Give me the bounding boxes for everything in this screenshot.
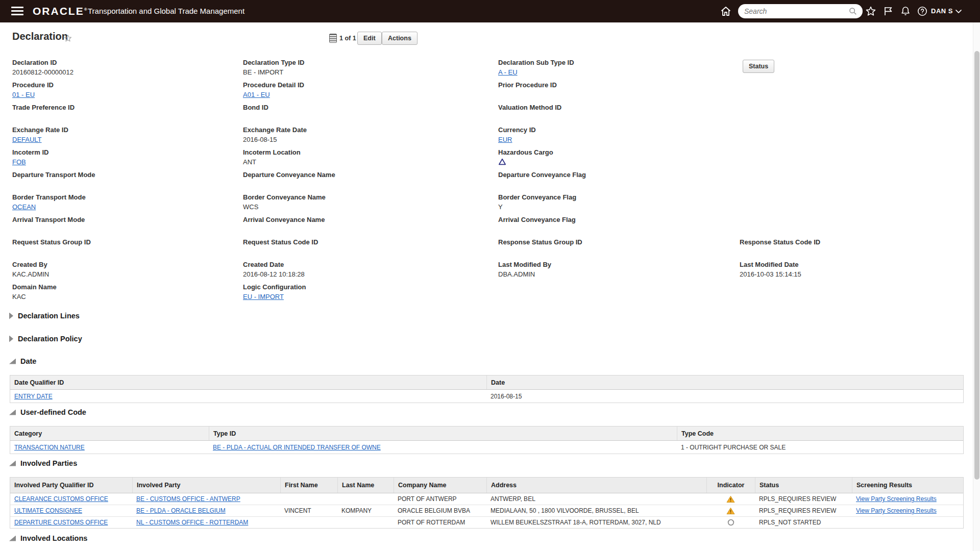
column-header[interactable]: Status: [755, 478, 852, 493]
screening-results-link[interactable]: View Party Screening Results: [856, 495, 937, 503]
field-label: Prior Procedure ID: [498, 81, 713, 89]
field-value-link[interactable]: EUR: [498, 136, 512, 143]
search-input[interactable]: [743, 7, 848, 16]
field-created-date: Created Date 2016-08-12 10:18:28: [243, 261, 457, 278]
flag-icon[interactable]: [882, 5, 894, 17]
field-label: Logic Configuration: [243, 283, 457, 291]
field-value-link[interactable]: A01 - EU: [243, 91, 270, 98]
column-header[interactable]: Type ID: [209, 427, 677, 440]
scrollbar-thumb[interactable]: [974, 51, 979, 480]
chevron-down-icon[interactable]: [953, 6, 966, 18]
date-value: 2016-08-15: [486, 390, 963, 403]
party-qualifier-link[interactable]: ULTIMATE CONSIGNEE: [14, 507, 82, 514]
field-label: Exchange Rate ID: [12, 126, 227, 134]
top-app-bar: ORACLE® Transportation and Global Trade …: [0, 0, 980, 22]
field-value: KAC: [12, 293, 227, 300]
field-label: Departure Transport Mode: [12, 171, 227, 179]
section-involved-parties[interactable]: Involved Parties: [9, 459, 77, 467]
field-label: Departure Conveyance Name: [243, 171, 457, 179]
field-value: [12, 248, 227, 256]
collapse-icon: [9, 410, 16, 415]
party-qualifier-link[interactable]: DEPARTURE CUSTOMS OFFICE: [14, 519, 108, 526]
field-request-status-group-id: Request Status Group ID: [12, 238, 227, 256]
type-id-link[interactable]: BE - PLDA - ACTUAL OR INTENDED TRANSFER …: [213, 444, 381, 451]
table-row[interactable]: ENTRY DATE 2016-08-15: [10, 390, 963, 403]
category-link[interactable]: TRANSACTION NATURE: [14, 444, 85, 451]
field-value-link[interactable]: OCEAN: [12, 203, 36, 211]
field-value-link[interactable]: FOB: [12, 158, 26, 166]
favorite-star-icon[interactable]: [63, 34, 72, 43]
field-label: Created By: [12, 261, 227, 268]
field-value: WCS: [243, 203, 457, 211]
field-response-status-group-id: Response Status Group ID: [498, 238, 713, 256]
table-row[interactable]: ULTIMATE CONSIGNEE BE - PLDA - ORACLE BE…: [10, 505, 963, 517]
column-header[interactable]: Date: [486, 375, 963, 389]
field-label: Hazardous Cargo: [498, 148, 713, 156]
section-title: Involved Locations: [20, 534, 87, 542]
party-qualifier-link[interactable]: CLEARANCE CUSTOMS OFFICE: [14, 495, 108, 503]
involved-party-link[interactable]: BE - CUSTOMS OFFICE - ANTWERP: [136, 495, 240, 503]
user-defined-code-table: Category Type ID Type Code TRANSACTION N…: [10, 426, 964, 454]
field-label: Request Status Group ID: [12, 238, 227, 246]
favorites-star-icon[interactable]: [865, 5, 877, 17]
field-label: Request Status Code ID: [243, 238, 457, 246]
column-header[interactable]: Date Qualifier ID: [10, 375, 486, 389]
section-declaration-policy[interactable]: Declaration Policy: [9, 335, 82, 343]
edit-button[interactable]: Edit: [357, 32, 382, 45]
column-header[interactable]: Company Name: [394, 478, 486, 493]
column-header[interactable]: First Name: [280, 478, 337, 493]
field-arrival-conveyance-flag: Arrival Conveyance Flag: [498, 216, 713, 233]
column-header[interactable]: Involved Party: [132, 478, 280, 493]
column-header[interactable]: Indicator: [706, 478, 755, 493]
field-declaration-sub-type-id: Declaration Sub Type ID A - EU: [498, 59, 713, 77]
field-label: Valuation Method ID: [498, 104, 713, 111]
field-value-link[interactable]: 01 - EU: [12, 91, 35, 98]
column-header[interactable]: Type Code: [677, 427, 963, 440]
udc-table-header: Category Type ID Type Code: [10, 427, 963, 441]
parties-table-header: Involved Party Qualifier ID Involved Par…: [10, 478, 963, 493]
field-value-link[interactable]: A - EU: [498, 68, 518, 76]
field-value: [243, 181, 457, 188]
involved-parties-table: Involved Party Qualifier ID Involved Par…: [10, 477, 964, 529]
involved-party-link[interactable]: NL - CUSTOMS OFFICE - ROTTERDAM: [136, 519, 248, 526]
type-code-value: 1 - OUTRIGHT PURCHASE OR SALE: [677, 441, 963, 454]
hamburger-menu-icon[interactable]: [11, 7, 23, 16]
first-name-value: VINCENT: [280, 505, 337, 516]
section-declaration-lines[interactable]: Declaration Lines: [9, 312, 80, 320]
column-header[interactable]: Screening Results: [852, 478, 963, 493]
involved-party-link[interactable]: BE - PLDA - ORACLE BELGIUM: [136, 507, 226, 514]
column-header[interactable]: Category: [10, 427, 209, 440]
record-list-icon[interactable]: [329, 34, 337, 43]
field-value-link[interactable]: EU - IMPORT: [243, 293, 284, 300]
user-menu[interactable]: DAN S: [931, 7, 953, 15]
search-icon[interactable]: [848, 7, 857, 16]
date-table-header: Date Qualifier ID Date: [10, 375, 963, 390]
record-pagination: 1 of 1: [339, 35, 356, 42]
screening-results-link[interactable]: View Party Screening Results: [856, 507, 937, 514]
warning-triangle-icon: [706, 505, 755, 516]
last-name-value: KOMPANY: [337, 505, 394, 516]
field-exchange-rate-id: Exchange Rate ID DEFAULT: [12, 126, 227, 144]
home-icon[interactable]: [720, 5, 732, 17]
section-date[interactable]: Date: [9, 357, 36, 365]
address-value: MEDIALAAN, 50 , 1800 VILVOORDE, BRUSSEL,…: [486, 505, 706, 516]
vertical-scrollbar[interactable]: [973, 22, 980, 551]
date-qualifier-link[interactable]: ENTRY DATE: [14, 393, 53, 400]
field-value-link[interactable]: DEFAULT: [12, 136, 42, 143]
table-row[interactable]: TRANSACTION NATURE BE - PLDA - ACTUAL OR…: [10, 441, 963, 454]
field-value: Y: [498, 203, 713, 211]
bell-icon[interactable]: [899, 5, 912, 17]
status-value: RPLS_REQUIRES REVIEW: [755, 505, 852, 516]
table-row[interactable]: DEPARTURE CUSTOMS OFFICE NL - CUSTOMS OF…: [10, 517, 963, 528]
field-label: Bond ID: [243, 104, 457, 111]
actions-button[interactable]: Actions: [382, 32, 418, 45]
section-user-defined-code[interactable]: User-defined Code: [9, 408, 86, 416]
column-header[interactable]: Address: [486, 478, 706, 493]
help-icon[interactable]: [916, 5, 928, 17]
table-row[interactable]: CLEARANCE CUSTOMS OFFICE BE - CUSTOMS OF…: [10, 493, 963, 505]
section-involved-locations[interactable]: Involved Locations: [9, 534, 87, 542]
status-button[interactable]: Status: [743, 60, 774, 73]
column-header[interactable]: Involved Party Qualifier ID: [10, 478, 132, 493]
field-trade-preference-id: Trade Preference ID: [12, 104, 227, 121]
column-header[interactable]: Last Name: [337, 478, 394, 493]
